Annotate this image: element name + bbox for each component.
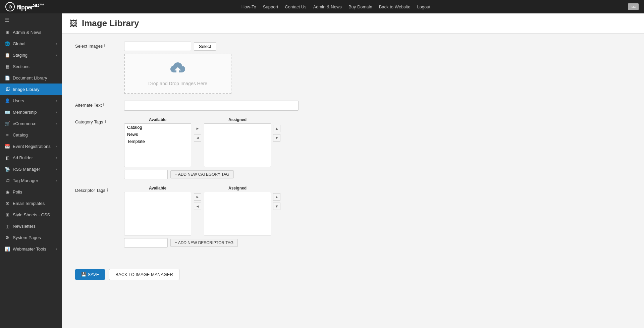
staging-icon: 📋 xyxy=(5,52,10,58)
descriptor-available-listbox[interactable] xyxy=(124,192,191,235)
descriptor-move-up-button[interactable]: ▲ xyxy=(273,193,280,201)
sidebar-item-document-library[interactable]: 📄 Document Library xyxy=(0,72,62,84)
sidebar-item-admin-news-inner: ⊕ Admin & News xyxy=(5,30,41,35)
sidebar-item-users-inner: 👤 Users xyxy=(5,98,24,103)
list-item[interactable]: Catalog xyxy=(124,124,191,131)
sidebar-item-document-library-inner: 📄 Document Library xyxy=(5,75,47,80)
add-descriptor-tag-input[interactable] xyxy=(124,238,168,248)
descriptor-assigned-listbox[interactable] xyxy=(204,192,271,235)
sidebar-item-ecommerce[interactable]: 🛒 eCommerce › xyxy=(0,118,62,129)
sidebar-label-global: Global xyxy=(13,41,25,46)
back-to-image-manager-button[interactable]: BACK TO IMAGE MANAGER xyxy=(109,269,179,280)
sidebar-item-email-templates[interactable]: ✉ Email Templates xyxy=(0,198,62,209)
category-available-listbox[interactable]: Catalog News Template xyxy=(124,123,191,167)
sidebar-item-tag-manager[interactable]: 🏷 Tag Manager › xyxy=(0,175,62,186)
top-nav-links: How-To Support Contact Us Admin & News B… xyxy=(241,4,430,9)
polls-icon: ◉ xyxy=(5,189,10,195)
event-registrations-icon: 📅 xyxy=(5,144,10,149)
move-left-button[interactable]: ◄ xyxy=(194,134,201,142)
chevron-right-icon-tag: › xyxy=(56,179,57,182)
nav-howto[interactable]: How-To xyxy=(241,4,256,9)
chevron-right-icon-webmaster: › xyxy=(56,247,57,251)
add-descriptor-tag-button[interactable]: + ADD NEW DESCRIPTOR TAG xyxy=(170,239,238,247)
descriptor-tags-label: Descriptor Tags ℹ xyxy=(75,186,119,193)
sidebar-item-newsletters[interactable]: ◫ Newsletters xyxy=(0,220,62,232)
email-templates-icon: ✉ xyxy=(5,201,10,206)
list-item[interactable]: Template xyxy=(124,138,191,145)
sidebar-item-tag-manager-inner: 🏷 Tag Manager xyxy=(5,178,38,183)
add-category-tag-button[interactable]: + ADD NEW CATEGORY TAG xyxy=(170,170,234,178)
add-descriptor-tag-row: + ADD NEW DESCRIPTOR TAG xyxy=(124,238,417,248)
sidebar-item-users[interactable]: 👤 Users › xyxy=(0,95,62,106)
list-item[interactable]: News xyxy=(124,131,191,138)
sidebar-item-system-pages[interactable]: ⚙ System Pages xyxy=(0,232,62,243)
descriptor-assigned-wrapper: Assigned xyxy=(204,186,271,235)
sidebar-label-staging: Staging xyxy=(13,53,28,58)
category-updown: ▲ ▼ xyxy=(271,125,282,142)
category-tags-controls: Available Catalog News Template ► ◄ xyxy=(124,117,417,179)
add-category-tag-input[interactable] xyxy=(124,170,168,179)
nav-support[interactable]: Support xyxy=(263,4,278,9)
category-tags-container: Available Catalog News Template ► ◄ xyxy=(124,117,417,167)
logo-text: flipperSD™ xyxy=(17,2,44,11)
sidebar-item-rss-manager[interactable]: 📡 RSS Manager › xyxy=(0,163,62,175)
sidebar-item-image-library[interactable]: 🖼 Image Library xyxy=(0,84,62,95)
logo-circle: ⊙ xyxy=(5,2,15,11)
descriptor-available-label: Available xyxy=(124,186,191,190)
image-library-icon: 🖼 xyxy=(5,87,10,92)
descriptor-move-down-button[interactable]: ▼ xyxy=(273,203,280,210)
sidebar-item-webmaster-tools[interactable]: 📊 Webmaster Tools › xyxy=(0,243,62,255)
alternate-text-label: Alternate Text ℹ xyxy=(75,101,119,108)
select-images-input[interactable] xyxy=(124,42,191,51)
sidebar-item-sections-inner: ▦ Sections xyxy=(5,64,30,69)
sidebar-item-sections[interactable]: ▦ Sections xyxy=(0,61,62,72)
user-logo: IMG xyxy=(628,3,639,10)
nav-admin-news[interactable]: Admin & News xyxy=(313,4,342,9)
select-button[interactable]: Select xyxy=(194,42,216,51)
membership-icon: 🪪 xyxy=(5,109,10,115)
sidebar-item-style-sheets[interactable]: ⊞ Style Sheets - CSS xyxy=(0,209,62,220)
save-button[interactable]: 💾 SAVE xyxy=(75,269,105,280)
sidebar-item-ad-builder[interactable]: ◧ Ad Builder › xyxy=(0,152,62,163)
category-tags-info-icon[interactable]: ℹ xyxy=(105,119,106,124)
chevron-right-icon-users: › xyxy=(56,99,57,103)
move-up-button[interactable]: ▲ xyxy=(273,125,280,132)
nav-buy-domain[interactable]: Buy Domain xyxy=(348,4,372,9)
descriptor-move-left-button[interactable]: ◄ xyxy=(194,203,201,210)
sidebar-item-global[interactable]: 🌐 Global › xyxy=(0,38,62,49)
alternate-text-info-icon[interactable]: ℹ xyxy=(103,103,105,107)
descriptor-tags-info-icon[interactable]: ℹ xyxy=(107,188,108,193)
category-tags-label: Category Tags ℹ xyxy=(75,117,119,124)
global-icon: 🌐 xyxy=(5,41,10,46)
chevron-right-icon-ad: › xyxy=(56,156,57,160)
nav-contact[interactable]: Contact Us xyxy=(285,4,306,9)
move-right-button[interactable]: ► xyxy=(194,125,201,132)
nav-back-website[interactable]: Back to Website xyxy=(379,4,411,9)
upload-cloud-icon xyxy=(170,62,186,78)
rss-manager-icon: 📡 xyxy=(5,166,10,172)
descriptor-move-right-button[interactable]: ► xyxy=(194,193,201,201)
move-down-button[interactable]: ▼ xyxy=(273,134,280,142)
hamburger-icon[interactable]: ☰ xyxy=(0,13,62,26)
category-assigned-listbox[interactable] xyxy=(204,123,271,167)
sidebar-label-webmaster-tools: Webmaster Tools xyxy=(13,247,46,252)
sidebar-item-polls[interactable]: ◉ Polls xyxy=(0,186,62,198)
sidebar-item-staging[interactable]: 📋 Staging › xyxy=(0,49,62,61)
sidebar-item-admin-news[interactable]: ⊕ Admin & News xyxy=(0,26,62,38)
app-body: ☰ ⊕ Admin & News 🌐 Global › 📋 Staging › … xyxy=(0,13,644,328)
sidebar-label-admin-news: Admin & News xyxy=(13,30,41,35)
users-icon: 👤 xyxy=(5,98,10,103)
alternate-text-input[interactable] xyxy=(124,101,299,111)
logo-sup: SD™ xyxy=(33,2,44,8)
sidebar-item-membership[interactable]: 🪪 Membership › xyxy=(0,106,62,118)
nav-logout[interactable]: Logout xyxy=(417,4,430,9)
page-title: Image Library xyxy=(82,18,139,29)
add-category-tag-row: + ADD NEW CATEGORY TAG xyxy=(124,170,417,179)
sidebar-item-event-registrations[interactable]: 📅 Event Registrations › xyxy=(0,141,62,152)
sidebar-item-membership-inner: 🪪 Membership xyxy=(5,109,37,115)
drop-zone[interactable]: Drop and Drop Images Here xyxy=(124,54,231,94)
select-images-info-icon[interactable]: ℹ xyxy=(104,44,106,48)
sidebar-item-ad-builder-inner: ◧ Ad Builder xyxy=(5,155,33,160)
sidebar-item-catalog[interactable]: ≡ Catalog xyxy=(0,129,62,141)
sidebar-item-style-sheets-inner: ⊞ Style Sheets - CSS xyxy=(5,212,50,217)
